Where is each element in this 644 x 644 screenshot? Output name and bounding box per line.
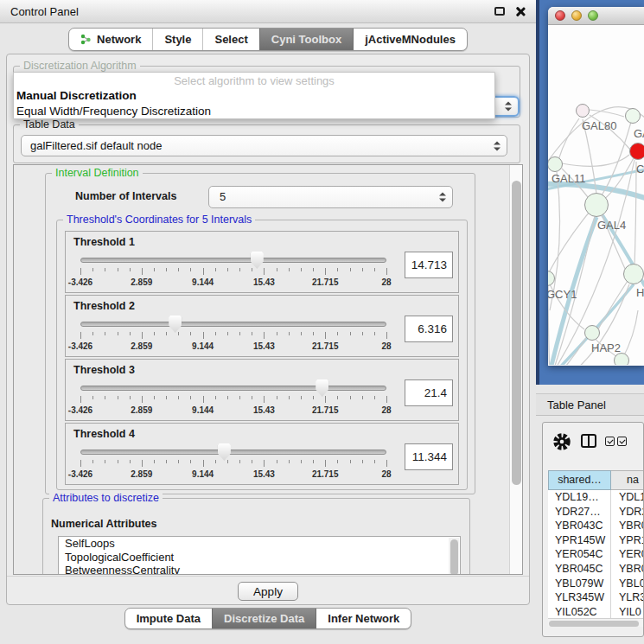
slider-tick-label: 2.859 [131, 277, 152, 287]
table-row[interactable]: YDL19…YDL1 [548, 490, 644, 505]
threshold-slider[interactable]: -3.4262.8599.14415.4321.71528 [80, 379, 386, 418]
tab-impute-data[interactable]: Impute Data [125, 609, 212, 628]
network-canvas[interactable]: GAL80GACGAL11GAL4GCY1HHAP2 [548, 25, 644, 365]
attribute-list-item[interactable]: TopologicalCoefficient [59, 551, 460, 564]
cell-shared-name[interactable]: YBL079W [548, 577, 611, 591]
tab-style[interactable]: Style [152, 29, 202, 50]
cell-name[interactable]: YER0 [611, 547, 644, 562]
split-columns-icon[interactable] [581, 434, 596, 448]
spinner-stepper-icon [439, 193, 446, 202]
cell-shared-name[interactable]: YPR145W [548, 533, 611, 548]
cell-name[interactable]: YLR3 [611, 590, 644, 605]
bottom-tab-bar: Impute Data Discretize Data Infer Networ… [0, 608, 536, 629]
settings-scroll-pane: Interval Definition Number of Intervals … [13, 164, 523, 575]
attribute-list-item[interactable]: BetweennessCentrality [59, 564, 460, 575]
table-row[interactable]: YER054CYER0 [548, 547, 644, 562]
network-node-h[interactable] [623, 264, 644, 284]
tab-jactivemnodules[interactable]: jActiveMNodules [353, 29, 467, 50]
table-row[interactable]: YBR043CYBR0 [548, 519, 644, 533]
table-row[interactable]: YLR345WYLR3 [548, 590, 644, 605]
tab-network[interactable]: Network [69, 29, 152, 50]
table-row[interactable]: YPR145WYPR1 [548, 533, 644, 548]
network-node[interactable] [614, 353, 629, 365]
slider-thumb-icon[interactable] [251, 252, 264, 269]
slider-tick-label: 2.859 [131, 469, 152, 479]
float-window-icon[interactable] [494, 7, 505, 16]
tab-cyni-toolbox-label: Cyni Toolbox [271, 33, 341, 46]
close-traffic-light-icon[interactable] [555, 10, 565, 21]
table-header-row: shared… na [548, 470, 644, 490]
tab-discretize-data[interactable]: Discretize Data [212, 609, 316, 628]
checkbox-icon[interactable] [617, 437, 627, 446]
threshold-slider[interactable]: -3.4262.8599.14415.4321.71528 [80, 251, 386, 290]
attributes-group-title: Attributes to discretize [49, 492, 163, 505]
threshold-slider[interactable]: -3.4262.8599.14415.4321.71528 [80, 443, 386, 482]
cell-name[interactable]: YDR2 [611, 505, 644, 520]
cell-name[interactable]: YIL0 [611, 605, 644, 620]
slider-tick [252, 268, 252, 271]
slider-tick [130, 460, 131, 463]
network-node-ga[interactable] [625, 108, 641, 124]
threshold-value-field[interactable]: 14.713 [405, 252, 453, 278]
threshold-value-field[interactable]: 11.344 [405, 443, 453, 470]
column-header-name[interactable]: na [611, 470, 644, 490]
zoom-traffic-light-icon[interactable] [588, 10, 598, 21]
slider-track[interactable] [80, 258, 386, 263]
close-icon[interactable] [515, 6, 526, 16]
cell-name[interactable]: YBR0 [611, 562, 644, 577]
network-node-gal4[interactable] [584, 193, 609, 217]
cell-shared-name[interactable]: YIL052C [548, 605, 611, 620]
cell-shared-name[interactable]: YDL19… [548, 490, 611, 505]
table-row[interactable]: YBR045CYBR0 [548, 562, 644, 577]
table-data-combobox[interactable]: galFiltered.sif default node [21, 135, 507, 156]
cell-shared-name[interactable]: YBR043C [548, 519, 611, 533]
slider-track[interactable] [80, 450, 386, 455]
cell-name[interactable]: YDL1 [611, 490, 644, 505]
dropdown-option-equal-width-frequency[interactable]: Equal Width/Frequency Discretization [14, 104, 494, 119]
table-row[interactable]: YDR27…YDR2 [548, 505, 644, 520]
cell-name[interactable]: YBR0 [611, 519, 644, 533]
table-row[interactable]: YIL052CYIL0 [548, 605, 644, 620]
cell-shared-name[interactable]: YER054C [548, 547, 611, 562]
apply-button[interactable]: Apply [238, 582, 298, 601]
attributes-list-scrollbar[interactable] [449, 538, 459, 575]
cell-shared-name[interactable]: YDR27… [548, 505, 611, 520]
network-node-hap2[interactable] [584, 325, 600, 341]
threshold-slider[interactable]: -3.4262.8599.14415.4321.71528 [80, 315, 386, 354]
threshold-box: Threshold 1 -3.4262.8599.14415.4321.7152… [65, 231, 459, 293]
slider-track[interactable] [80, 386, 386, 391]
slider-thumb-icon[interactable] [218, 443, 231, 461]
cell-name[interactable]: YPR1 [611, 533, 644, 548]
cell-shared-name[interactable]: YLR345W [548, 590, 611, 605]
network-node-gal80[interactable] [576, 104, 590, 118]
slider-tick [264, 332, 265, 339]
slider-thumb-icon[interactable] [169, 316, 182, 333]
slider-tick [277, 332, 277, 335]
column-header-shared-name[interactable]: shared… [548, 470, 611, 490]
minimize-traffic-light-icon[interactable] [571, 10, 582, 21]
number-of-intervals-spinner[interactable]: 5 [208, 186, 453, 208]
slider-tick-label: 15.43 [253, 469, 275, 479]
gear-icon[interactable] [552, 432, 571, 451]
network-node-c[interactable] [629, 143, 644, 160]
cell-name[interactable]: YBL0 [611, 577, 644, 591]
dropdown-option-manual-discretization[interactable]: Manual Discretization [14, 88, 494, 104]
slider-tick [325, 332, 326, 339]
slider-track[interactable] [80, 322, 386, 327]
attribute-list-item[interactable]: SelfLoops [59, 537, 460, 551]
slider-thumb-icon[interactable] [316, 379, 328, 397]
tab-infer-network[interactable]: Infer Network [316, 609, 411, 628]
cell-shared-name[interactable]: YBR045C [548, 562, 611, 577]
checkbox-icon[interactable] [605, 437, 615, 446]
slider-tick [154, 396, 155, 399]
slider-tick [325, 396, 326, 403]
threshold-value-field[interactable]: 6.316 [405, 316, 453, 342]
slider-tick [252, 396, 252, 399]
tab-cyni-toolbox[interactable]: Cyni Toolbox [259, 29, 353, 50]
settings-vertical-scrollbar[interactable] [509, 165, 522, 574]
table-row[interactable]: YBL079WYBL0 [548, 577, 644, 591]
tab-select[interactable]: Select [202, 29, 258, 50]
table-horizontal-scrollbar[interactable] [548, 618, 643, 627]
slider-tick [362, 268, 363, 271]
threshold-value-field[interactable]: 21.4 [405, 379, 453, 406]
